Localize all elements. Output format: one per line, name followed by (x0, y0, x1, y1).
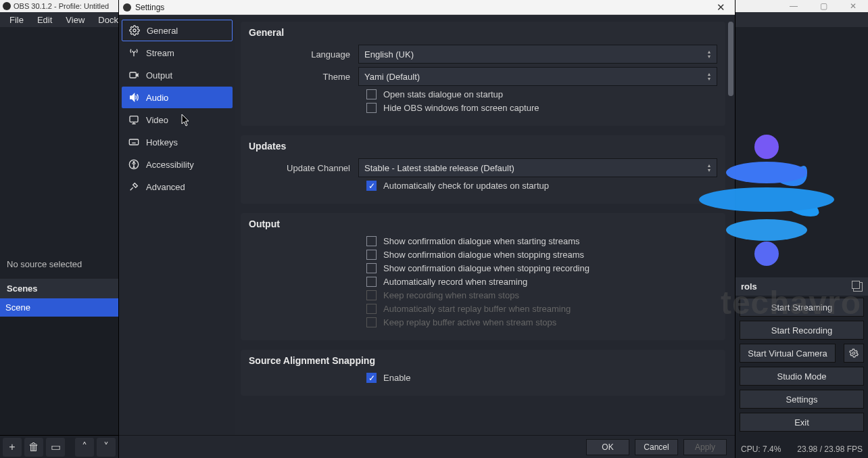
popout-icon[interactable] (853, 282, 863, 292)
language-label: Language (249, 49, 358, 60)
keep-replay-label: Keep replay buffer active when stream st… (383, 317, 556, 327)
ok-button[interactable]: OK (586, 439, 629, 455)
language-select[interactable]: English (UK) ▲▼ (358, 45, 717, 64)
section-updates: Updates Update Channel Stable - Latest s… (241, 135, 725, 204)
category-label: General (147, 26, 178, 36)
status-bar: CPU: 7.4% 23.98 / 23.98 FPS (736, 440, 868, 458)
open-stats-checkbox[interactable] (366, 89, 377, 99)
hide-obs-checkbox[interactable] (366, 103, 377, 113)
cancel-button[interactable]: Cancel (635, 439, 678, 455)
settings-footer: OK Cancel Apply (119, 435, 735, 458)
antenna-icon (128, 47, 139, 58)
keep-recording-checkbox (366, 290, 377, 300)
gear-icon (129, 25, 140, 36)
update-channel-value: Stable - Latest stable release (Default) (364, 163, 514, 173)
category-label: Output (146, 70, 172, 81)
studio-mode-button[interactable]: Studio Mode (740, 367, 864, 386)
menu-view[interactable]: View (59, 14, 91, 26)
settings-window-icon (123, 3, 131, 12)
close-window-button[interactable]: ✕ (838, 0, 868, 12)
svg-point-6 (852, 352, 855, 354)
settings-title: Settings (135, 3, 710, 12)
svg-point-5 (133, 162, 135, 163)
keep-replay-checkbox (366, 317, 377, 327)
auto-replay-label: Automatically start replay buffer when s… (383, 304, 571, 314)
update-channel-select[interactable]: Stable - Latest stable release (Default)… (358, 158, 717, 177)
minimize-button[interactable]: — (779, 0, 809, 12)
apply-button[interactable]: Apply (683, 439, 727, 455)
theme-label: Theme (249, 72, 358, 82)
hide-obs-label: Hide OBS windows from screen capture (383, 103, 539, 113)
exit-button[interactable]: Exit (740, 413, 864, 432)
controls-header-label: rols (741, 281, 757, 292)
svg-point-0 (133, 29, 136, 32)
virtual-camera-settings-button[interactable] (844, 344, 864, 363)
settings-button[interactable]: Settings (740, 390, 864, 409)
scenes-header: Scenes (0, 279, 118, 298)
snapping-enable-checkbox[interactable] (366, 373, 377, 383)
section-output: Output Show confirmation dialogue when s… (241, 213, 725, 340)
category-accessibility[interactable]: Accessibility (122, 154, 233, 175)
category-stream[interactable]: Stream (122, 42, 233, 64)
obs-logo-icon (3, 2, 11, 10)
snapping-enable-label: Enable (383, 373, 410, 383)
settings-content[interactable]: General Language English (UK) ▲▼ Theme Y… (235, 15, 735, 435)
scene-item[interactable]: Scene (0, 298, 118, 317)
settings-titlebar[interactable]: Settings ✕ (119, 0, 735, 15)
svg-rect-3 (129, 139, 138, 145)
category-label: Stream (146, 48, 174, 58)
menu-edit[interactable]: Edit (30, 14, 59, 26)
confirm-start-stream-label: Show confirmation dialogue when starting… (383, 236, 579, 246)
spinner-icon: ▲▼ (704, 47, 714, 62)
menu-file[interactable]: File (3, 14, 30, 26)
confirm-start-stream-checkbox[interactable] (366, 236, 377, 246)
category-audio[interactable]: Audio (122, 87, 233, 108)
os-title: OBS 30.1.2 - Profile: Untitled (14, 2, 109, 10)
controls-header: rols (736, 277, 868, 296)
category-label: Audio (146, 93, 168, 103)
auto-record-checkbox[interactable] (366, 277, 377, 287)
start-virtual-camera-button[interactable]: Start Virtual Camera (740, 344, 836, 363)
category-advanced[interactable]: Advanced (122, 176, 233, 198)
category-general[interactable]: General (122, 20, 233, 41)
auto-check-updates-checkbox[interactable] (366, 181, 377, 191)
open-stats-label: Open stats dialogue on startup (383, 89, 503, 99)
add-scene-button[interactable]: + (3, 438, 22, 457)
move-up-button[interactable]: ˄ (75, 438, 94, 457)
controls-panel: rols Start Streaming Start Recording Sta… (736, 27, 868, 458)
output-icon (128, 70, 139, 81)
category-video[interactable]: Video (122, 109, 233, 131)
start-recording-button[interactable]: Start Recording (740, 321, 864, 340)
confirm-stop-rec-label: Show confirmation dialogue when stopping… (383, 263, 589, 273)
category-output[interactable]: Output (122, 64, 233, 86)
scrollbar-thumb[interactable] (728, 22, 733, 96)
scenes-list[interactable]: Scene (0, 298, 118, 435)
start-streaming-button[interactable]: Start Streaming (740, 298, 864, 317)
svg-rect-1 (130, 72, 136, 78)
settings-close-button[interactable]: ✕ (710, 1, 731, 14)
section-title: Source Alignment Snapping (249, 355, 717, 366)
keyboard-icon (128, 137, 139, 147)
monitor-icon (128, 114, 139, 125)
maximize-button[interactable]: ▢ (809, 0, 838, 12)
auto-replay-checkbox (366, 304, 377, 314)
confirm-stop-rec-checkbox[interactable] (366, 263, 377, 273)
language-value: English (UK) (364, 49, 414, 60)
theme-select[interactable]: Yami (Default) ▲▼ (358, 67, 717, 86)
settings-window: Settings ✕ General Stream Output (118, 0, 736, 458)
delete-scene-button[interactable]: 🗑 (24, 438, 43, 457)
update-channel-label: Update Channel (249, 163, 358, 173)
category-label: Accessibility (146, 160, 194, 170)
tools-icon (128, 181, 139, 192)
keep-recording-label: Keep recording when stream stops (383, 290, 519, 300)
category-label: Video (146, 115, 168, 125)
auto-record-label: Automatically record when streaming (383, 277, 527, 287)
scene-filters-button[interactable]: ▭ (46, 438, 65, 457)
confirm-stop-stream-checkbox[interactable] (366, 250, 377, 260)
category-label: Hotkeys (146, 137, 178, 147)
confirm-stop-stream-label: Show confirmation dialogue when stopping… (383, 250, 584, 260)
section-title: Updates (249, 141, 717, 152)
move-down-button[interactable]: ˅ (97, 438, 116, 457)
settings-category-list: General Stream Output Audio Video (119, 15, 235, 435)
category-hotkeys[interactable]: Hotkeys (122, 131, 233, 153)
